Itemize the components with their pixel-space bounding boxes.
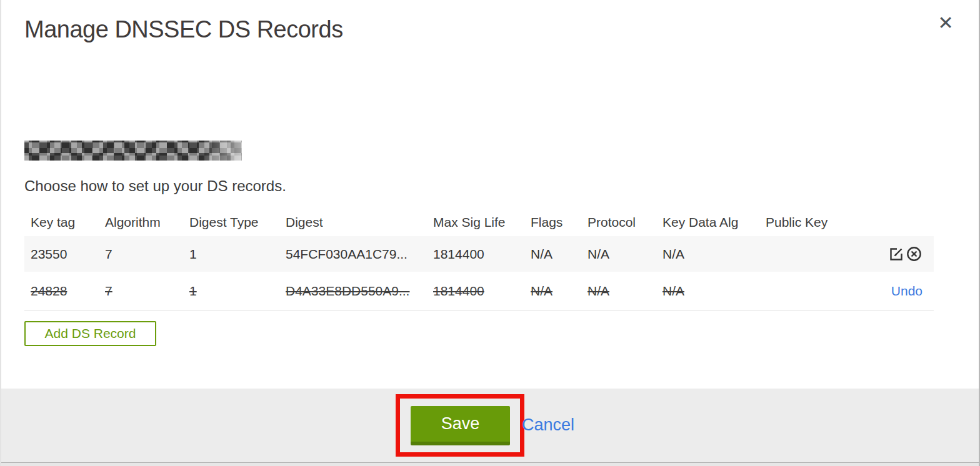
column-header-digest-type: Digest Type: [183, 215, 279, 230]
cell-protocol: N/A: [581, 247, 656, 262]
page-title: Manage DNSSEC DS Records: [24, 16, 343, 43]
column-header-algorithm: Algorithm: [99, 215, 183, 230]
cell-max-sig-life: 1814400: [427, 284, 524, 299]
delete-record-icon[interactable]: [906, 245, 922, 262]
column-header-flags: Flags: [524, 215, 581, 230]
row-actions: [841, 245, 934, 262]
column-header-protocol: Protocol: [581, 215, 656, 230]
row-actions: Undo: [841, 284, 934, 299]
cell-flags: N/A: [524, 284, 581, 299]
dnssec-modal: Manage DNSSEC DS Records ✕ Choose how to…: [0, 0, 980, 466]
cell-key-data-alg: N/A: [656, 284, 759, 299]
cell-digest: D4A33E8DD550A9...: [279, 284, 427, 299]
table-row-marked-for-deletion: 24828 7 1 D4A33E8DD550A9... 1814400 N/A …: [24, 272, 934, 310]
instruction-text: Choose how to set up your DS records.: [24, 177, 286, 195]
cell-key-tag: 24828: [24, 284, 99, 299]
cell-digest-type: 1: [183, 247, 279, 262]
column-header-key-tag: Key tag: [24, 215, 99, 230]
cell-algorithm: 7: [99, 247, 183, 262]
column-header-digest: Digest: [279, 215, 427, 230]
edit-record-icon[interactable]: [888, 245, 905, 262]
column-header-public-key: Public Key: [759, 215, 841, 230]
cell-algorithm: 7: [99, 284, 183, 299]
redacted-domain-name: [24, 141, 242, 161]
add-ds-record-button[interactable]: Add DS Record: [24, 321, 156, 346]
ds-records-table: Key tag Algorithm Digest Type Digest Max…: [24, 208, 934, 310]
save-button[interactable]: Save: [411, 406, 510, 445]
cell-flags: N/A: [524, 247, 581, 262]
annotation-highlight-box: Save: [396, 394, 524, 457]
cell-digest: 54FCF030AA1C79...: [279, 247, 427, 262]
cancel-link[interactable]: Cancel: [522, 415, 574, 435]
undo-link[interactable]: Undo: [891, 284, 922, 299]
cell-max-sig-life: 1814400: [427, 247, 524, 262]
close-icon[interactable]: ✕: [936, 14, 955, 32]
cell-protocol: N/A: [581, 284, 656, 299]
window-bottom-edge: [1, 462, 979, 466]
column-header-max-sig-life: Max Sig Life: [427, 215, 524, 230]
cell-digest-type: 1: [183, 284, 279, 299]
modal-footer: Save Cancel: [1, 389, 979, 462]
table-header-row: Key tag Algorithm Digest Type Digest Max…: [24, 208, 934, 236]
table-row: 23550 7 1 54FCF030AA1C79... 1814400 N/A …: [24, 236, 934, 272]
cell-key-data-alg: N/A: [656, 247, 759, 262]
column-header-key-data-alg: Key Data Alg: [656, 215, 759, 230]
cell-key-tag: 23550: [24, 247, 99, 262]
